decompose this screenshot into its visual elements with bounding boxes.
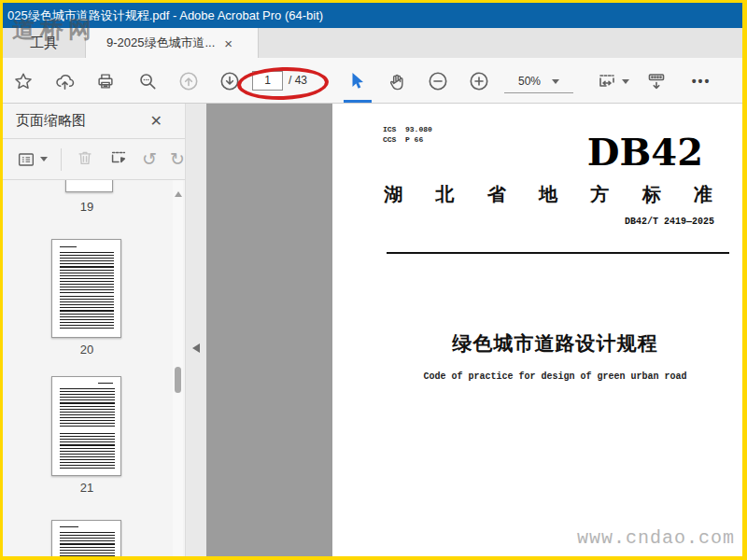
acrobat-window: 道桥网 025绿色城市道路设计规程.pdf - Adobe Acrobat Pr… [0,0,747,560]
hide-toolbar-icon[interactable] [645,70,668,92]
standard-char: 北 [435,182,454,207]
standard-char: 方 [590,182,609,207]
pdf-page: ICS 93.080 CCS P 66 DB42 湖 北 省 地 方 标 准 D… [332,104,742,556]
panel-collapse-gutter[interactable] [185,104,206,556]
zoom-level-value: 50% [518,75,541,88]
panel-close-icon[interactable]: ✕ [150,112,162,130]
delete-page-icon[interactable] [75,147,95,172]
thumbnail-options-icon[interactable] [16,149,48,170]
rotate-clockwise-icon[interactable]: ↻ [170,150,185,168]
zoom-out-icon[interactable] [427,70,449,92]
standard-char: 地 [539,182,557,207]
chevron-down-icon [622,79,629,84]
standard-name-row: 湖 北 省 地 方 标 准 [384,182,712,207]
favorites-star-icon[interactable] [12,70,35,92]
zoom-in-icon[interactable] [468,70,490,92]
chevron-down-icon [40,157,48,161]
red-circle-annotation [236,65,329,101]
active-tool-indicator [344,100,372,103]
panel-toolbar: ↺ ↻ [3,139,185,180]
standard-number: DB42/T 2419—2025 [625,217,714,227]
standard-char: 湖 [384,182,402,207]
more-tools-icon[interactable]: ••• [684,70,718,92]
crop-pages-icon[interactable] [108,147,129,172]
tab-bar: 工具 9-2025绿色城市道... × [3,28,742,58]
watermark-bottom-right: www.cndao.com [577,527,735,549]
select-tool-icon[interactable] [345,70,367,92]
window-body: 页面缩略图 ✕ [3,104,742,556]
document-title-cn: 绿色城市道路设计规程 [332,330,742,357]
scroll-up-icon[interactable] [175,191,182,197]
main-toolbar: 1 / 43 50% [3,58,742,104]
collapse-panel-icon[interactable] [192,343,200,353]
print-icon[interactable] [94,70,117,92]
thumbnail-label: 20 [52,343,121,357]
tab-close-icon[interactable]: × [224,36,233,50]
panel-header: 页面缩略图 ✕ [3,104,185,139]
page-thumbnails-panel: 页面缩略图 ✕ [3,104,185,556]
tab-document-label: 9-2025绿色城市道... [106,35,215,51]
panel-title: 页面缩略图 [16,112,86,130]
thumbnail-list: 19 20 21 [3,180,185,556]
standard-char: 标 [642,182,661,207]
search-icon[interactable] [136,70,159,92]
thumbnail-label: 19 [52,200,121,214]
thumbnail-page-22[interactable] [51,520,121,556]
standard-char: 省 [487,182,506,207]
chevron-down-icon [552,79,559,84]
zoom-level-dropdown[interactable]: 50% [504,70,573,93]
thumbnail-label: 21 [52,481,121,495]
share-upload-icon[interactable] [53,70,76,92]
thumbnail-page-21[interactable] [51,376,121,476]
document-title-en: Code of practice for design of green urb… [332,371,742,382]
title-bar: 025绿色城市道路设计规程.pdf - Adobe Acrobat Pro (6… [3,3,742,28]
scrollbar-thumb[interactable] [175,367,181,393]
rotate-counterclockwise-icon[interactable]: ↺ [142,150,157,168]
document-view: ICS 93.080 CCS P 66 DB42 湖 北 省 地 方 标 准 D… [206,104,742,556]
previous-page-icon[interactable] [177,70,200,92]
ics-classification: ICS 93.080 CCS P 66 [383,124,432,145]
tab-document[interactable]: 9-2025绿色城市道... × [85,28,259,58]
divider [61,148,62,171]
header-rule [387,252,729,254]
thumbnail-page-19[interactable] [65,180,113,192]
page-fit-dropdown[interactable] [594,70,631,92]
thumbnail-page-20[interactable] [51,239,121,338]
standard-code: DB42 [587,133,703,171]
watermark-top-left: 道桥网 [12,14,96,45]
thumbnail-scrollbar[interactable] [173,180,183,556]
hand-tool-icon[interactable] [386,70,408,92]
standard-char: 准 [694,182,712,207]
